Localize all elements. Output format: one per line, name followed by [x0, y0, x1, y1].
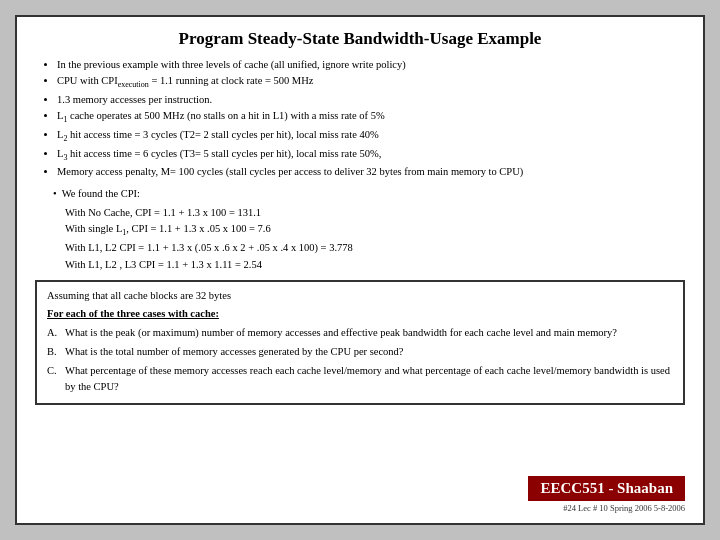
- abc-label-a: A.: [47, 325, 65, 341]
- cpi-section: • We found the CPI: With No Cache, CPI =…: [35, 186, 685, 274]
- abc-text-b: What is the total number of memory acces…: [65, 344, 673, 360]
- bullet-6: L3 hit access time = 6 cycles (T3= 5 sta…: [57, 146, 685, 164]
- footer-row: EECC551 - Shaaban #24 Lec # 10 Spring 20…: [35, 476, 685, 513]
- cpi-line-4: With L1, L2 , L3 CPI = 1.1 + 1.3 x 1.11 …: [65, 257, 685, 274]
- box-section: Assuming that all cache blocks are 32 by…: [35, 280, 685, 406]
- bullet-5: L2 hit access time = 3 cycles (T2= 2 sta…: [57, 127, 685, 145]
- slide-title: Program Steady-State Bandwidth-Usage Exa…: [35, 29, 685, 49]
- cpi-lines: With No Cache, CPI = 1.1 + 1.3 x 100 = 1…: [53, 205, 685, 274]
- assuming-text: Assuming that all cache blocks are 32 by…: [47, 288, 673, 304]
- bullet-3: 1.3 memory accesses per instruction.: [57, 92, 685, 107]
- abc-item-b: B. What is the total number of memory ac…: [47, 344, 673, 360]
- we-found-label: • We found the CPI:: [53, 186, 685, 202]
- eecc-badge: EECC551 - Shaaban: [528, 476, 685, 501]
- bullet-1: In the previous example with three level…: [57, 57, 685, 72]
- slide-container: Program Steady-State Bandwidth-Usage Exa…: [15, 15, 705, 525]
- bullet-7: Memory access penalty, M= 100 cycles (st…: [57, 164, 685, 179]
- bullet-4: L1 cache operates at 500 MHz (no stalls …: [57, 108, 685, 126]
- for-each-text: For each of the three cases with cache:: [47, 306, 673, 322]
- bullet-list: In the previous example with three level…: [35, 57, 685, 180]
- abc-label-b: B.: [47, 344, 65, 360]
- cpi-line-1: With No Cache, CPI = 1.1 + 1.3 x 100 = 1…: [65, 205, 685, 222]
- abc-item-a: A. What is the peak (or maximum) number …: [47, 325, 673, 341]
- cpi-line-3: With L1, L2 CPI = 1.1 + 1.3 x (.05 x .6 …: [65, 240, 685, 257]
- abc-label-c: C.: [47, 363, 65, 395]
- abc-text-c: What percentage of these memory accesses…: [65, 363, 673, 395]
- cpi-line-2: With single L1, CPI = 1.1 + 1.3 x .05 x …: [65, 221, 685, 240]
- abc-text-a: What is the peak (or maximum) number of …: [65, 325, 673, 341]
- abc-item-c: C. What percentage of these memory acces…: [47, 363, 673, 395]
- slide-number: #24 Lec # 10 Spring 2006 5-8-2006: [528, 503, 685, 513]
- bullet-2: CPU with CPIexecution = 1.1 running at c…: [57, 73, 685, 91]
- footer-block: EECC551 - Shaaban #24 Lec # 10 Spring 20…: [528, 476, 685, 513]
